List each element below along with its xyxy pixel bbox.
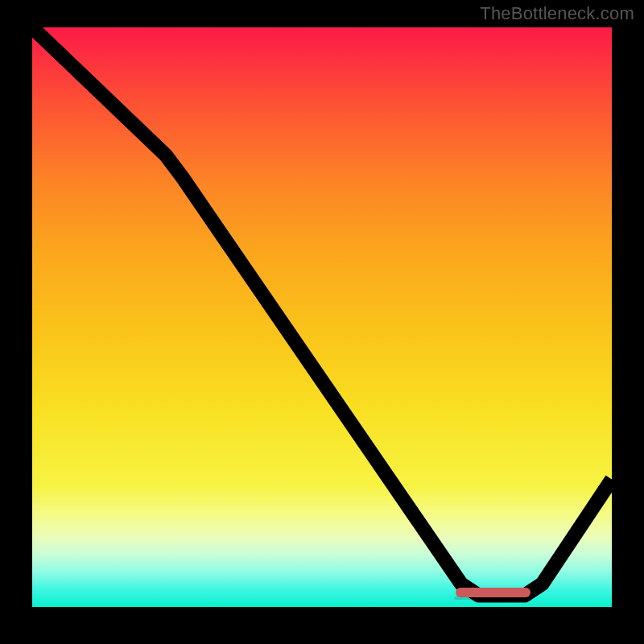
optimal-range-marker	[456, 588, 531, 597]
watermark-text: TheBottleneck.com	[480, 3, 634, 24]
bottleneck-curve	[32, 27, 612, 607]
curve-path	[32, 27, 612, 596]
chart-plot-area	[32, 27, 612, 607]
